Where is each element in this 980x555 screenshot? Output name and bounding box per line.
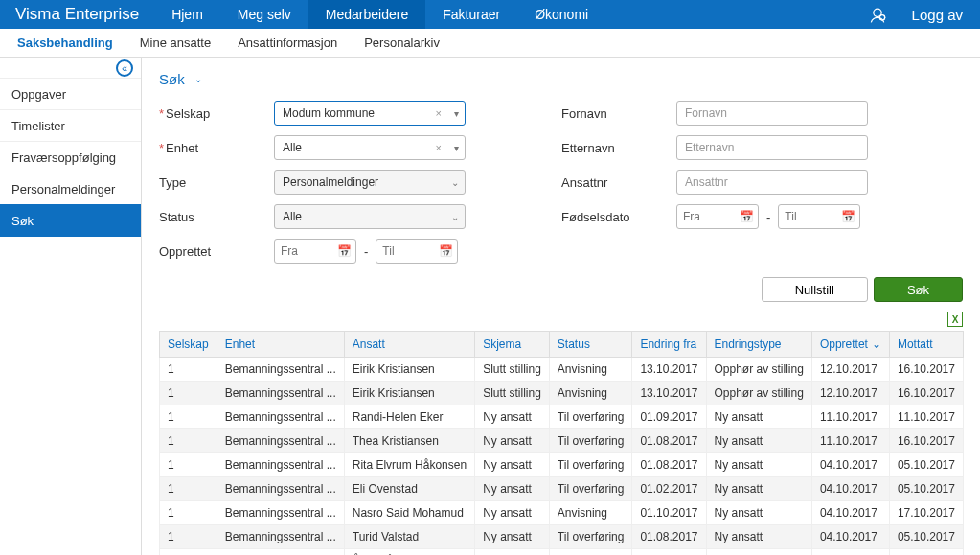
calendar-icon[interactable]: 📅 [841, 210, 855, 223]
table-row[interactable]: 1Bemanningssentral ...Eli OvenstadNy ans… [160, 477, 964, 501]
status-select[interactable]: Alle ⌄ [274, 204, 466, 229]
chevron-down-icon[interactable]: ▾ [454, 143, 459, 153]
enhet-combo[interactable]: Alle × ▾ [274, 135, 466, 160]
filter-grid: Selskap Modum kommune × ▾ Fornavn Enhet … [159, 101, 963, 264]
opprettet-range: 📅 - 📅 [274, 239, 475, 264]
label-fodselsdato: Fødselsdato [561, 210, 676, 224]
sidebar-item-oppgaver[interactable]: Oppgaver [0, 78, 141, 110]
sidebar-item-søk[interactable]: Søk [0, 204, 141, 237]
fornavn-input[interactable] [676, 101, 868, 126]
table-row[interactable]: 1Bemanningssentral ...Turid ValstadNy an… [160, 525, 964, 549]
label-etternavn: Etternavn [561, 141, 676, 155]
table-row[interactable]: 1Bemanningssentral ...Randi-Helen EkerNy… [160, 405, 964, 429]
chevron-down-icon[interactable]: ▾ [454, 108, 459, 119]
top-bar: Visma Enterprise HjemMeg selvMedarbeider… [0, 0, 980, 29]
search-title: Søk [159, 71, 185, 87]
collapse-icon[interactable]: « [116, 59, 133, 77]
opprettet-fra[interactable]: 📅 [274, 239, 356, 264]
col-endring-fra[interactable]: Endring fra [632, 332, 706, 358]
topnav-økonomi[interactable]: Økonomi [517, 0, 605, 29]
opprettet-til[interactable]: 📅 [376, 239, 458, 264]
sidebar-item-personalmeldinger[interactable]: Personalmeldinger [0, 173, 141, 205]
table-row[interactable]: 1Bemanningssentral ...Nasro Said Mohamud… [160, 501, 964, 525]
action-buttons: Nullstill Søk [159, 277, 963, 302]
top-nav: HjemMeg selvMedarbeidereFakturaerØkonomi [154, 0, 605, 29]
fodselsdato-range: 📅 - 📅 [676, 204, 877, 229]
results-table: SelskapEnhetAnsattSkjemaStatusEndring fr… [159, 331, 964, 555]
subnav-personalarkiv[interactable]: Personalarkiv [364, 35, 440, 50]
sidebar-item-fraværsoppfølging[interactable]: Fraværsoppfølging [0, 141, 141, 173]
label-enhet: Enhet [159, 141, 274, 155]
etternavn-input[interactable] [676, 135, 868, 160]
label-fornavn: Fornavn [561, 106, 676, 121]
subnav-mine ansatte[interactable]: Mine ansatte [140, 35, 211, 50]
col-enhet[interactable]: Enhet [217, 332, 344, 358]
col-endringstype[interactable]: Endringstype [706, 332, 811, 358]
top-right: Logg av [860, 0, 980, 29]
chevron-down-icon: ⌄ [194, 74, 202, 84]
table-row[interactable]: 1Bemanningssentral ...Thea KristiansenNy… [160, 429, 964, 453]
subnav-ansattinformasjon[interactable]: Ansattinformasjon [238, 35, 337, 50]
main-content: Søk ⌄ Selskap Modum kommune × ▾ Fornavn … [142, 58, 980, 555]
col-opprettet[interactable]: Opprettet⌄ [811, 332, 889, 358]
sidebar-item-timelister[interactable]: Timelister [0, 109, 141, 142]
table-row[interactable]: 1Bemanningssentral ...Åse BråtenNy ansat… [160, 549, 964, 556]
topnav-hjem[interactable]: Hjem [154, 0, 220, 29]
search-button[interactable]: Søk [874, 277, 963, 302]
sidebar: « OppgaverTimelisterFraværsoppfølgingPer… [0, 58, 142, 555]
calendar-icon[interactable]: 📅 [439, 244, 453, 258]
export-excel-icon[interactable]: X [947, 312, 963, 327]
col-mottatt[interactable]: Mottatt [889, 332, 963, 358]
chevron-down-icon[interactable]: ⌄ [451, 177, 459, 188]
label-opprettet: Opprettet [159, 244, 274, 259]
calendar-icon[interactable]: 📅 [740, 210, 754, 223]
selskap-combo[interactable]: Modum kommune × ▾ [274, 101, 466, 126]
topnav-medarbeidere[interactable]: Medarbeidere [308, 0, 425, 29]
col-skjema[interactable]: Skjema [475, 332, 550, 358]
topnav-meg selv[interactable]: Meg selv [220, 0, 308, 29]
label-selskap: Selskap [159, 106, 274, 121]
table-row[interactable]: 1Bemanningssentral ...Eirik KristiansenS… [160, 358, 964, 382]
label-type: Type [159, 175, 274, 190]
label-status: Status [159, 210, 274, 224]
reset-button[interactable]: Nullstill [762, 277, 868, 302]
chevron-down-icon[interactable]: ⌄ [451, 212, 459, 222]
sort-desc-icon: ⌄ [872, 337, 881, 351]
fodsel-fra[interactable]: 📅 [676, 204, 759, 229]
topnav-fakturaer[interactable]: Fakturaer [425, 0, 517, 29]
logoff-link[interactable]: Logg av [895, 7, 980, 23]
search-header[interactable]: Søk ⌄ [159, 71, 963, 87]
type-select[interactable]: Personalmeldinger ⌄ [274, 170, 466, 195]
brand-logo: Visma Enterprise [0, 0, 154, 29]
clear-icon[interactable]: × [436, 107, 442, 119]
label-ansattnr: Ansattnr [561, 175, 676, 190]
calendar-icon[interactable]: 📅 [337, 244, 352, 258]
col-status[interactable]: Status [549, 332, 632, 358]
ansattnr-input[interactable] [676, 170, 868, 195]
settings-icon[interactable] [860, 5, 895, 24]
clear-icon[interactable]: × [436, 142, 442, 153]
col-ansatt[interactable]: Ansatt [344, 332, 474, 358]
subnav-saksbehandling[interactable]: Saksbehandling [17, 35, 113, 50]
fodsel-til[interactable]: 📅 [778, 204, 860, 229]
sidebar-collapse: « [0, 58, 141, 79]
table-row[interactable]: 1Bemanningssentral ...Eirik KristiansenS… [160, 382, 964, 405]
col-selskap[interactable]: Selskap [160, 332, 217, 358]
table-row[interactable]: 1Bemanningssentral ...Rita Elvrum Håkons… [160, 453, 964, 477]
sub-nav: SaksbehandlingMine ansatteAnsattinformas… [0, 29, 980, 58]
